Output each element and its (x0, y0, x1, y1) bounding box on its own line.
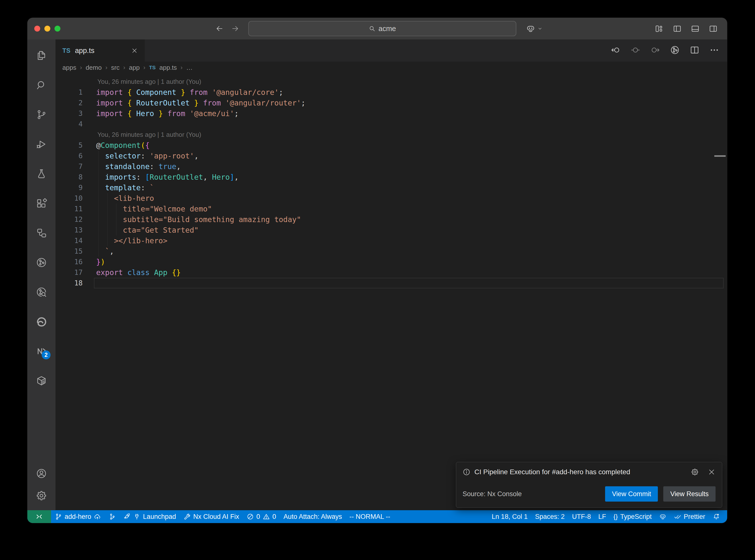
breadcrumb-separator: › (180, 64, 182, 71)
current-line-highlight (94, 278, 724, 288)
vscode-window: acme 2 TS app.ts apps›demo› (27, 18, 727, 523)
notification-settings-gear-icon[interactable] (691, 468, 699, 476)
indent-guide (107, 193, 107, 204)
editor-action-circle-io[interactable] (631, 45, 640, 56)
activity-item-settings-gear[interactable] (36, 490, 47, 501)
activity-item-edge-tools[interactable] (36, 316, 47, 327)
view-commit-button[interactable]: View Commit (605, 486, 658, 502)
vim-mode-status[interactable]: -- NORMAL -- (346, 510, 394, 523)
title-bar: acme (27, 18, 727, 39)
activity-item-project-hierarchy[interactable] (36, 227, 47, 239)
overview-ruler-marker (714, 155, 726, 157)
status-label: Nx Cloud AI Fix (193, 513, 239, 521)
breadcrumb-item[interactable]: demo (85, 64, 102, 72)
editor-action-nx-graph[interactable] (670, 45, 680, 56)
activity-item-explorer[interactable] (36, 50, 47, 61)
line-number: 15 (56, 247, 83, 255)
activity-item-source-control[interactable] (36, 109, 47, 120)
status-bar: add-heroLaunchpadNx Cloud AI Fix00Auto A… (27, 510, 727, 523)
activity-item-nx-graph[interactable] (36, 257, 47, 268)
tab-app-ts[interactable]: TS app.ts (56, 39, 145, 62)
layout-panel-icon[interactable] (691, 24, 700, 33)
close-window-button[interactable] (34, 26, 40, 32)
activity-item-search-view[interactable] (36, 79, 47, 91)
code-editor[interactable]: You, 26 minutes ago | 1 author (You)1imp… (56, 74, 727, 510)
breadcrumb-item[interactable]: src (111, 64, 120, 72)
status-label: Spaces: 2 (535, 513, 565, 521)
code-text: import { Component } from '@angular/core… (83, 88, 283, 97)
indent-guide (98, 161, 99, 172)
indent-guide (98, 204, 99, 214)
main-area: 2 TS app.ts apps›demo›src›app›TSapp.ts›…… (27, 39, 727, 510)
prettier-status[interactable]: Prettier (670, 510, 709, 523)
activity-item-extensions[interactable] (36, 198, 47, 209)
editor-action-ellipsis[interactable] (709, 45, 719, 56)
status-label: -- NORMAL -- (350, 513, 390, 521)
breadcrumb-separator: › (80, 64, 82, 71)
minimize-window-button[interactable] (44, 26, 50, 32)
edge-tools-icon (36, 316, 47, 327)
editor-action-nav-back-circle[interactable] (611, 45, 621, 56)
activity-item-nx-graph-search[interactable] (36, 286, 47, 298)
indent-guide (107, 204, 107, 214)
activity-item-nx-console[interactable]: 2 (36, 345, 47, 357)
view-results-button[interactable]: View Results (663, 486, 716, 502)
status-label: Ln 18, Col 1 (492, 513, 528, 521)
breadcrumb-symbol-tail[interactable]: … (186, 64, 193, 72)
extensions-icon (36, 198, 47, 209)
problems-status[interactable]: 00 (243, 510, 280, 523)
indentation-status[interactable]: Spaces: 2 (531, 510, 568, 523)
remote-indicator[interactable] (27, 510, 51, 523)
breadcrumb-item[interactable]: app (129, 64, 140, 72)
cursor-position-status[interactable]: Ln 18, Col 1 (488, 510, 531, 523)
typescript-file-icon: TS (62, 47, 71, 54)
blame-annotation-row: You, 26 minutes ago | 1 author (You) (56, 129, 727, 140)
editor-action-split-editor[interactable] (690, 45, 699, 56)
arrow-forward-icon[interactable] (231, 24, 239, 33)
indent-guide (98, 225, 99, 235)
editor-action-nav-forward-circle[interactable] (650, 45, 660, 56)
encoding-status[interactable]: UTF-8 (568, 510, 595, 523)
run-debug-icon (36, 139, 47, 150)
breadcrumb-item[interactable]: apps (62, 64, 76, 72)
settings-gear-icon (36, 490, 47, 501)
copilot-status[interactable] (655, 510, 670, 523)
activity-item-run-debug[interactable] (36, 139, 47, 150)
layout-customize-icon[interactable] (655, 24, 664, 33)
line-number: 7 (56, 162, 83, 171)
explorer-icon (36, 50, 47, 61)
line-number: 5 (56, 141, 83, 149)
command-center-search[interactable]: acme (248, 21, 516, 36)
branch-status[interactable]: add-hero (51, 510, 105, 523)
activity-item-account[interactable] (36, 468, 47, 479)
git-graph-status[interactable] (105, 510, 120, 523)
zoom-window-button[interactable] (55, 26, 60, 32)
language-status[interactable]: {}TypeScript (610, 510, 655, 523)
code-line-10: 10 <lib-hero (56, 193, 727, 204)
copilot-menu[interactable] (526, 18, 543, 39)
arrow-back-icon[interactable] (215, 24, 224, 33)
notification-close-icon[interactable] (708, 468, 716, 476)
testing-icon (36, 168, 47, 179)
launchpad-status[interactable]: Launchpad (120, 510, 180, 523)
breadcrumb-item-file[interactable]: app.ts (159, 64, 177, 72)
eol-status[interactable]: LF (595, 510, 610, 523)
tab-close-icon[interactable] (131, 47, 138, 54)
code-line-18: 18 (56, 278, 727, 288)
git-graph-icon (108, 513, 116, 520)
activity-item-container[interactable] (36, 375, 47, 386)
notifications-bell[interactable] (709, 510, 724, 523)
indent-guide (107, 235, 107, 246)
auto-attach-status[interactable]: Auto Attach: Always (280, 510, 346, 523)
activity-item-testing[interactable] (36, 168, 47, 179)
line-number: 10 (56, 194, 83, 202)
code-text: subtitle="Build something amazing today" (83, 215, 301, 224)
chevron-down-icon (537, 26, 543, 31)
project-hierarchy-icon (36, 227, 47, 239)
line-number: 2 (56, 99, 83, 107)
layout-sidebar-left-icon[interactable] (673, 24, 682, 33)
layout-sidebar-right-icon[interactable] (709, 24, 718, 33)
code-text: standalone: true, (83, 162, 181, 171)
nx-cloud-ai-fix-status[interactable]: Nx Cloud AI Fix (180, 510, 243, 523)
code-line-16: 16}) (56, 257, 727, 267)
